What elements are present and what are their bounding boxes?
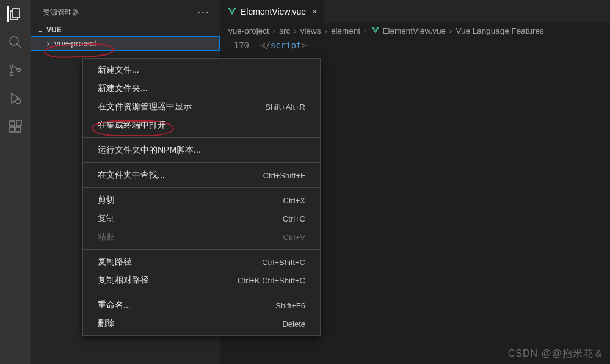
chevron-right-icon: › (449, 26, 452, 35)
close-icon[interactable]: × (312, 7, 317, 16)
vue-file-icon (371, 26, 380, 35)
svg-rect-0 (12, 9, 20, 18)
menu-item-label: 新建文件... (98, 65, 139, 76)
breadcrumb[interactable]: vue-project › src › views › element › El… (220, 23, 610, 38)
chevron-down-icon: ⌄ (37, 26, 44, 34)
menu-item[interactable]: 复制相对路径Ctrl+K Ctrl+Shift+C (83, 271, 320, 289)
breadcrumb-part[interactable]: element (331, 26, 360, 35)
menu-item[interactable]: 复制路径Ctrl+Shift+C (83, 253, 320, 271)
svg-rect-9 (10, 127, 15, 132)
menu-separator (83, 249, 320, 250)
line-number: 170 (228, 40, 249, 50)
menu-item-shortcut: Shift+Alt+R (265, 103, 305, 112)
menu-item-label: 在文件资源管理器中显示 (98, 101, 192, 112)
chevron-right-icon: › (294, 26, 297, 35)
code-text: </script> (260, 40, 307, 50)
code-editor[interactable]: 170 </script> (220, 38, 610, 50)
tab-label: ElementView.vue (241, 7, 306, 16)
menu-item-shortcut: Ctrl+K Ctrl+Shift+C (238, 276, 305, 285)
svg-rect-11 (16, 120, 21, 125)
svg-rect-8 (10, 121, 15, 126)
chevron-right-icon: › (273, 26, 276, 35)
tab-bar: ElementView.vue × (220, 0, 610, 23)
sidebar-title: 资源管理器 (43, 7, 79, 18)
menu-item[interactable]: 复制Ctrl+C (83, 209, 320, 228)
menu-item[interactable]: 在集成终端中打开 (83, 116, 320, 134)
menu-separator (83, 187, 320, 188)
chevron-right-icon: › (364, 26, 367, 35)
menu-item[interactable]: 新建文件... (83, 61, 320, 79)
source-control-icon[interactable] (7, 62, 23, 78)
menu-separator (83, 293, 320, 293)
svg-point-4 (10, 73, 13, 76)
menu-item[interactable]: 在文件夹中查找...Ctrl+Shift+F (83, 166, 320, 184)
workspace-root[interactable]: ⌄ VUE (31, 24, 220, 36)
menu-item-shortcut: Ctrl+Shift+F (263, 171, 305, 180)
extensions-icon[interactable] (7, 118, 23, 134)
menu-item[interactable]: 运行文件夹中的NPM脚本... (83, 141, 320, 159)
menu-item-shortcut: Ctrl+Shift+C (262, 258, 305, 267)
menu-item-label: 新建文件夹... (98, 83, 148, 94)
menu-item[interactable]: 删除Delete (83, 315, 320, 333)
explorer-icon[interactable] (7, 6, 23, 22)
menu-item-label: 在文件夹中查找... (98, 170, 165, 181)
svg-line-2 (17, 44, 21, 48)
breadcrumb-part[interactable]: Vue Language Features (456, 26, 543, 35)
menu-item-shortcut: Ctrl+C (283, 214, 305, 224)
svg-point-7 (16, 99, 21, 104)
menu-separator (83, 162, 320, 163)
menu-item[interactable]: 新建文件夹... (83, 79, 320, 98)
sidebar-header: 资源管理器 ··· (31, 0, 220, 24)
root-folder-label: VUE (46, 26, 62, 34)
breadcrumb-part[interactable]: vue-project (228, 26, 269, 35)
svg-marker-6 (12, 93, 19, 103)
menu-item-label: 重命名... (98, 300, 131, 311)
svg-point-1 (10, 37, 18, 45)
menu-item-shortcut: Ctrl+V (283, 233, 305, 242)
menu-item-label: 运行文件夹中的NPM脚本... (98, 145, 201, 156)
menu-item-label: 剪切 (98, 195, 115, 206)
menu-item-label: 删除 (98, 318, 115, 329)
menu-item-shortcut: Shift+F6 (275, 301, 305, 310)
folder-item-vue-project[interactable]: › vue-proiect (31, 36, 220, 51)
breadcrumb-part[interactable]: src (279, 26, 290, 35)
menu-item-label: 复制路径 (98, 257, 132, 268)
vue-file-icon (227, 7, 237, 16)
menu-item[interactable]: 重命名...Shift+F6 (83, 296, 320, 315)
run-debug-icon[interactable] (7, 90, 23, 106)
menu-separator (83, 137, 320, 138)
breadcrumb-part[interactable]: ElementView.vue (383, 26, 446, 35)
menu-item[interactable]: 剪切Ctrl+X (83, 191, 320, 209)
svg-point-5 (18, 69, 21, 72)
code-line: 170 </script> (228, 40, 610, 50)
menu-item-label: 在集成终端中打开 (98, 120, 166, 131)
menu-item-label: 复制 (98, 213, 115, 224)
menu-item: 粘贴Ctrl+V (83, 228, 320, 246)
menu-item-label: 粘贴 (98, 231, 115, 242)
breadcrumb-part[interactable]: views (300, 26, 321, 35)
menu-item[interactable]: 在文件资源管理器中显示Shift+Alt+R (83, 98, 320, 116)
chevron-right-icon: › (325, 26, 328, 35)
search-icon[interactable] (7, 34, 23, 50)
menu-item-shortcut: Ctrl+X (283, 196, 305, 205)
menu-item-shortcut: Delete (282, 319, 305, 329)
chevron-right-icon: › (45, 38, 52, 48)
menu-item-label: 复制相对路径 (98, 275, 149, 286)
more-icon[interactable]: ··· (197, 6, 210, 19)
svg-rect-10 (16, 127, 21, 132)
tab-elementview[interactable]: ElementView.vue × (220, 0, 324, 23)
context-menu: 新建文件...新建文件夹...在文件资源管理器中显示Shift+Alt+R在集成… (82, 58, 321, 336)
svg-point-3 (10, 65, 13, 68)
folder-label: vue-proiect (54, 38, 96, 48)
activity-bar (0, 0, 31, 364)
